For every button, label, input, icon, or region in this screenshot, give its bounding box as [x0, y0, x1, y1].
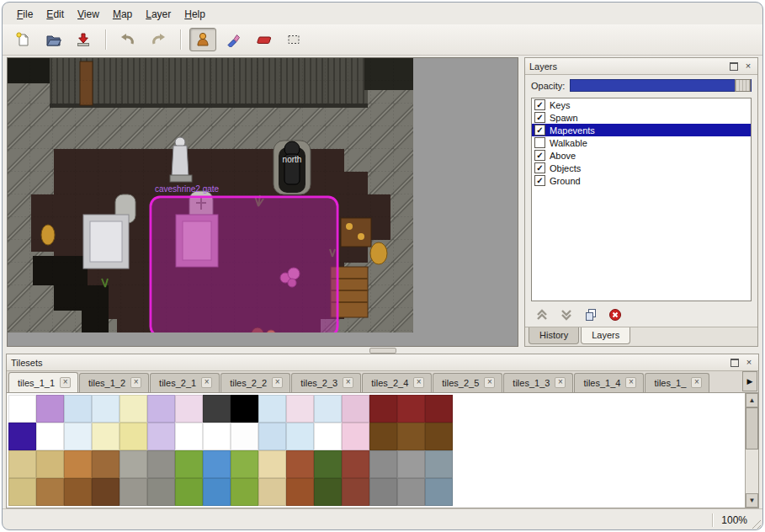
horizontal-splitter[interactable] — [3, 347, 762, 354]
tileset-tile[interactable] — [147, 423, 175, 450]
tileset-tile[interactable] — [397, 423, 425, 450]
tileset-tile[interactable] — [120, 478, 147, 506]
menu-view[interactable]: View — [72, 7, 105, 22]
map-canvas[interactable]: north — [7, 57, 518, 347]
tileset-tile[interactable] — [258, 395, 286, 423]
tileset-tile[interactable] — [258, 478, 286, 506]
tileset-tile[interactable] — [92, 450, 120, 478]
tileset-tile[interactable] — [147, 395, 175, 423]
tileset-tile[interactable] — [147, 450, 175, 478]
tileset-tab-tiles_1_[interactable]: tiles_1_× — [645, 373, 709, 392]
tileset-tile[interactable] — [120, 450, 147, 478]
tileset-tile[interactable] — [203, 395, 231, 423]
tileset-scrollbar[interactable]: ▲ ▼ — [745, 393, 758, 508]
float-panel-icon[interactable] — [729, 61, 739, 72]
tileset-tile[interactable] — [175, 395, 203, 423]
fill-tool-button[interactable] — [220, 28, 247, 51]
menu-layer[interactable]: Layer — [140, 7, 177, 22]
open-button[interactable] — [40, 28, 66, 51]
tileset-tile[interactable] — [120, 395, 147, 423]
tileset-tile[interactable] — [258, 450, 286, 478]
tileset-tile[interactable] — [342, 423, 369, 450]
layer-visibility-checkbox[interactable] — [534, 112, 545, 123]
tab-close-icon[interactable]: × — [691, 377, 702, 388]
tileset-tile[interactable] — [231, 423, 258, 450]
layer-visibility-checkbox[interactable] — [534, 99, 545, 110]
layer-visibility-checkbox[interactable] — [534, 150, 545, 161]
layer-visibility-checkbox[interactable] — [534, 137, 545, 148]
tileset-tile[interactable] — [92, 395, 120, 423]
tileset-tile[interactable] — [369, 395, 397, 423]
tileset-tile[interactable] — [369, 450, 397, 478]
tileset-tile[interactable] — [369, 423, 397, 450]
layer-row-ground[interactable]: Ground — [532, 174, 751, 187]
tileset-tile[interactable] — [203, 450, 231, 478]
tab-layers[interactable]: Layers — [581, 327, 630, 344]
tileset-tile[interactable] — [8, 478, 36, 506]
tab-history[interactable]: History — [529, 327, 579, 344]
layer-row-keys[interactable]: Keys — [532, 98, 751, 111]
tileset-tile[interactable] — [8, 395, 36, 423]
scrollbar-thumb[interactable] — [746, 407, 758, 450]
tileset-tile[interactable] — [36, 423, 64, 450]
tileset-tile[interactable] — [397, 450, 425, 478]
menu-file[interactable]: File — [11, 7, 39, 22]
tileset-tile[interactable] — [425, 478, 453, 506]
tileset-tile[interactable] — [314, 450, 342, 478]
close-panel-icon[interactable]: × — [744, 358, 754, 368]
undo-button[interactable] — [114, 28, 141, 51]
layer-visibility-checkbox[interactable] — [534, 162, 545, 173]
tileset-tile[interactable] — [36, 450, 64, 478]
move-layer-down-button[interactable] — [560, 309, 573, 321]
layer-visibility-checkbox[interactable] — [534, 175, 545, 186]
resize-grip[interactable] — [750, 518, 761, 529]
new-button[interactable] — [9, 28, 36, 51]
tab-close-icon[interactable]: × — [555, 377, 566, 388]
eraser-tool-button[interactable] — [250, 28, 277, 51]
tileset-tile[interactable] — [175, 450, 203, 478]
tileset-tile[interactable] — [397, 395, 425, 423]
tileset-tile[interactable] — [369, 478, 397, 506]
tileset-tile[interactable] — [231, 478, 258, 506]
tileset-tab-tiles_2_1[interactable]: tiles_2_1× — [150, 373, 220, 392]
tileset-tab-tiles_1_3[interactable]: tiles_1_3× — [503, 373, 573, 392]
tileset-tile[interactable] — [397, 478, 425, 506]
menu-map[interactable]: Map — [107, 7, 138, 22]
layer-row-walkable[interactable]: Walkable — [532, 136, 751, 149]
layer-row-objects[interactable]: Objects — [532, 162, 751, 174]
delete-layer-button[interactable] — [608, 308, 622, 322]
redo-button[interactable] — [145, 28, 172, 51]
tileset-tile[interactable] — [342, 395, 369, 423]
tab-close-icon[interactable]: × — [201, 377, 212, 388]
tileset-tile[interactable] — [175, 478, 203, 506]
tileset-tile[interactable] — [231, 395, 258, 423]
tileset-tile[interactable] — [92, 423, 120, 450]
tileset-tile[interactable] — [286, 450, 314, 478]
float-panel-icon[interactable] — [730, 358, 740, 368]
tab-close-icon[interactable]: × — [413, 377, 424, 388]
tab-scroll-right-button[interactable]: ▶ — [742, 371, 757, 391]
tileset-tab-tiles_2_3[interactable]: tiles_2_3× — [291, 373, 361, 392]
tileset-tile[interactable] — [203, 423, 231, 450]
tab-close-icon[interactable]: × — [272, 377, 283, 388]
tileset-tab-tiles_1_2[interactable]: tiles_1_2× — [79, 373, 149, 392]
move-layer-up-button[interactable] — [535, 309, 549, 321]
tileset-tile[interactable] — [64, 478, 92, 506]
scroll-up-icon[interactable]: ▲ — [746, 393, 758, 407]
tileset-tab-tiles_2_4[interactable]: tiles_2_4× — [362, 373, 432, 392]
tileset-tab-tiles_1_4[interactable]: tiles_1_4× — [574, 373, 644, 392]
tileset-tile[interactable] — [286, 423, 314, 450]
layer-row-above[interactable]: Above — [532, 149, 751, 162]
menu-help[interactable]: Help — [178, 7, 211, 22]
stamp-tool-button[interactable] — [189, 28, 216, 51]
tileset-tile[interactable] — [314, 423, 342, 450]
tileset-tile[interactable] — [425, 423, 453, 450]
layer-visibility-checkbox[interactable] — [534, 125, 545, 136]
tileset-tile[interactable] — [203, 478, 231, 506]
tab-close-icon[interactable]: × — [130, 377, 141, 388]
select-tool-button[interactable] — [280, 28, 307, 51]
tab-close-icon[interactable]: × — [60, 377, 71, 388]
duplicate-layer-button[interactable] — [584, 308, 598, 322]
tileset-tile[interactable] — [147, 478, 175, 506]
tab-close-icon[interactable]: × — [625, 377, 636, 388]
